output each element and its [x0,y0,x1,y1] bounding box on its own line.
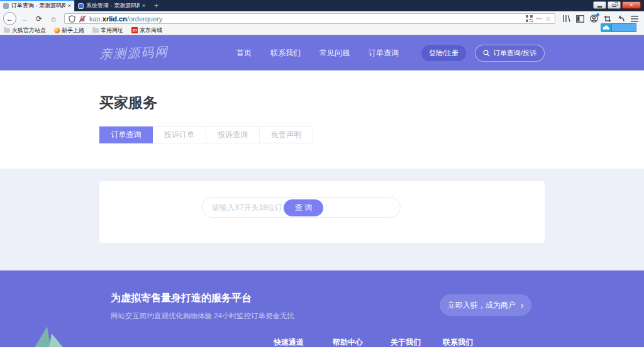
bookmark-label: 京东商城 [140,26,162,35]
folder-icon [92,28,99,33]
address-bar[interactable]: kan.xrlid.cn/orderquery ⋯ ☆ [64,13,555,24]
minimize-icon [597,6,602,8]
search-icon [483,50,490,57]
bookmark-jd-mall[interactable]: JD 京东商城 [131,26,162,35]
tab-favicon [3,3,9,9]
tab-close-icon[interactable]: × [68,3,71,9]
new-tab-button[interactable]: + [148,0,164,11]
sailboat-decoration [49,333,63,347]
toolbar-icons [560,14,641,23]
footer-col-quick-links[interactable]: 快速通道 [274,337,304,347]
site-footer: 为虚拟寄售量身打造的服务平台 网站交互简约直观优化购物体验 24小时监控订单资金… [0,270,644,347]
page-actions-icon[interactable]: ⋯ [536,15,542,22]
close-button[interactable]: ✕ [622,1,641,9]
bookmark-folder-common-sites[interactable]: 常用网址 [92,26,123,35]
reload-button[interactable]: ⟳ [33,13,45,25]
tab-title: 订单查询 - 亲测源码网 www.q [11,2,65,10]
site-logo[interactable]: 亲测源码网 [99,43,169,63]
merchant-signup-button[interactable]: 立即入驻，成为商户 › [440,294,531,316]
nav-item-orderquery[interactable]: 订单查询 [369,48,399,58]
query-section: 查 询 [0,169,644,270]
restore-session-icon[interactable] [617,15,625,23]
query-card: 查 询 [99,181,545,243]
tab-complaint-query[interactable]: 投诉查询 [206,126,260,143]
forward-button[interactable]: → [18,13,31,25]
page-content: 亲测源码网 首页 联系我们 常见问题 订单查询 登陆/注册 订单查询/投诉 买家… [0,35,644,351]
insecure-lock-icon[interactable] [79,15,86,23]
bookmark-label: 常用网址 [101,26,123,35]
order-search-form: 查 询 [201,197,401,218]
merchant-signup-label: 立即入驻，成为商户 [448,300,516,311]
query-submit-button[interactable]: 查 询 [284,199,323,216]
restore-icon [613,4,616,7]
buyer-service-section: 买家服务 订单查询 投诉订单 投诉查询 免责声明 [0,70,644,169]
back-button[interactable]: ← [3,12,16,25]
library-icon[interactable] [562,14,570,23]
bookmark-label: 新手上路 [62,26,84,35]
folder-icon [4,28,10,33]
qr-code-icon[interactable] [526,15,533,22]
jd-logo-icon: JD [131,27,138,33]
order-number-input[interactable] [212,198,285,216]
bookmark-folder-firefox-sites[interactable]: 火狐官方站点 [4,26,46,35]
tab-complaint-order[interactable]: 投诉订单 [153,126,206,143]
browser-toolbar: ← → ⟳ ⌂ kan.xrlid.cn/orderquery ⋯ ☆ [0,11,644,26]
login-register-button[interactable]: 登陆/注册 [421,45,466,61]
account-badge [596,13,599,16]
tab-favicon [78,3,84,9]
selection-highlight-box[interactable] [611,23,636,32]
nav-item-home[interactable]: 首页 [236,48,252,58]
bookmark-star-icon[interactable]: ☆ [545,15,551,22]
footer-col-contact-us[interactable]: 联系我们 [443,337,473,347]
minimize-button[interactable] [593,1,606,9]
tab-order-query[interactable]: 订单查询 [99,126,153,143]
browser-tab-orderquery[interactable]: 订单查询 - 亲测源码网 www.q × [0,0,74,11]
chevron-right-icon: › [521,300,524,310]
url-text: kan.xrlid.cn/orderquery [89,15,523,23]
browser-titlebar: 订单查询 - 亲测源码网 www.q × 系统管理 - 亲测源码网 www.q … [0,0,644,11]
nav-item-contact[interactable]: 联系我们 [270,48,301,58]
restore-button[interactable] [608,1,621,9]
home-button[interactable]: ⌂ [47,13,60,25]
sailboat-decoration [35,326,50,347]
header-query-button[interactable]: 订单查询/投诉 [475,45,545,62]
tab-title: 系统管理 - 亲测源码网 www.q [86,2,140,10]
bookmarks-bar: 火狐官方站点 新手上路 常用网址 JD 京东商城 [0,26,644,35]
tracking-shield-icon[interactable] [69,15,75,23]
firefox-icon [54,28,60,33]
sidebar-toggle-icon[interactable] [576,15,584,23]
browser-tab-system-admin[interactable]: 系统管理 - 亲测源码网 www.q × [74,0,148,11]
header-query-label: 订单查询/投诉 [493,48,536,58]
tab-close-icon[interactable]: × [142,3,145,9]
cloud-extension-widget[interactable] [601,23,636,32]
site-nav: 首页 联系我们 常见问题 订单查询 [236,48,399,58]
site-header: 亲测源码网 首页 联系我们 常见问题 订单查询 登陆/注册 订单查询/投诉 [0,35,644,70]
account-icon[interactable] [590,14,598,23]
bookmark-getting-started[interactable]: 新手上路 [54,26,84,35]
service-tabs: 订单查询 投诉订单 投诉查询 免责声明 [99,126,545,143]
nav-item-faq[interactable]: 常见问题 [319,48,350,58]
bookmark-label: 火狐官方站点 [12,26,46,35]
footer-col-about-us[interactable]: 关于我们 [391,337,421,347]
footer-col-help-center[interactable]: 帮助中心 [333,337,363,347]
tab-disclaimer[interactable]: 免责声明 [260,126,313,143]
screenshot-icon[interactable] [604,15,611,23]
cloud-icon[interactable] [601,23,611,32]
menu-icon[interactable] [631,16,638,22]
page-title: 买家服务 [99,93,545,113]
window-controls: ✕ [593,1,641,9]
